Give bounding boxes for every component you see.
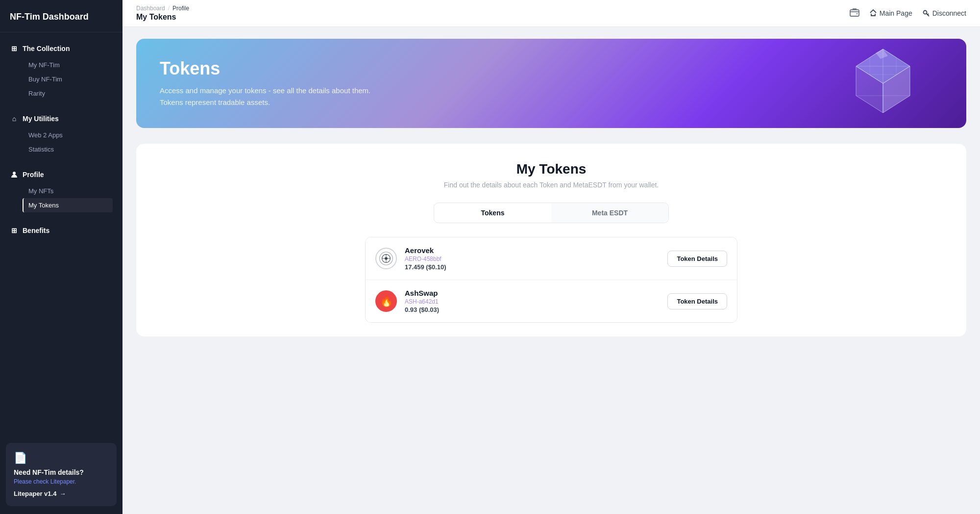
token-row-ashswap: 🔥 AshSwap ASH-a642d1 0.93 ($0.03) Token … [366, 280, 737, 322]
sidebar-section-benefits: ⊞ Benefits [0, 214, 122, 240]
sidebar-item-buy-nf-tim[interactable]: Buy NF-Tim [23, 72, 113, 86]
topbar-left: Dashboard / Profile My Tokens [136, 5, 189, 22]
litepaper-link[interactable]: Litepaper v1.4 → [14, 490, 109, 497]
sidebar-section-header-profile[interactable]: Profile [10, 167, 113, 182]
tabs-row: Tokens Meta ESDT [434, 203, 669, 223]
sidebar-item-web2-apps[interactable]: Web 2 Apps [23, 128, 113, 142]
sidebar-section-utilities: ⌂ My Utilities Web 2 Apps Statistics [0, 103, 122, 158]
token-list: Aerovek AERO-458bbf 17.459 ($0.10) Token… [365, 237, 737, 323]
tokens-heading: My Tokens [150, 161, 953, 177]
topbar-right: Main Page Disconnect [850, 8, 966, 19]
utilities-label: My Utilities [23, 115, 59, 123]
litepaper-arrow: → [59, 490, 66, 497]
token-info-ashswap: AshSwap ASH-a642d1 0.93 ($0.03) [405, 289, 660, 313]
home-icon [869, 9, 877, 18]
tokens-section: My Tokens Find out the details about eac… [136, 144, 966, 336]
profile-sub-items: My NFTs My Tokens [10, 184, 113, 212]
page-title: My Tokens [136, 13, 189, 22]
sidebar-section-collection: ⊞ The Collection My NF-Tim Buy NF-Tim Ra… [0, 32, 122, 103]
breadcrumb-sep: / [168, 5, 170, 12]
tokens-subheading: Find out the details about each Token an… [150, 181, 953, 189]
token-details-button-aerovek[interactable]: Token Details [667, 251, 727, 267]
sidebar-item-my-nf-tim[interactable]: My NF-Tim [23, 58, 113, 72]
sidebar-logo: NF-Tim Dashboard [0, 0, 122, 32]
token-logo-aerovek [375, 248, 397, 269]
sidebar-bottom-card: 📄 Need NF-Tim details? Please check Lite… [6, 443, 117, 506]
svg-point-2 [857, 13, 858, 14]
token-id-ashswap: ASH-a642d1 [405, 298, 660, 305]
litepaper-label: Litepaper v1.4 [14, 490, 56, 497]
file-icon: 📄 [14, 452, 109, 464]
token-logo-ashswap: 🔥 [375, 290, 397, 312]
bottom-card-title: Need NF-Tim details? [14, 468, 109, 476]
main-page-label: Main Page [880, 9, 912, 17]
sidebar-item-rarity[interactable]: Rarity [23, 86, 113, 101]
sidebar-section-header-benefits[interactable]: ⊞ Benefits [10, 223, 113, 238]
benefits-icon: ⊞ [10, 226, 19, 235]
wallet-icon[interactable] [850, 8, 859, 19]
breadcrumb-root[interactable]: Dashboard [136, 5, 165, 12]
sidebar-section-header-collection[interactable]: ⊞ The Collection [10, 41, 113, 56]
hero-banner: Tokens Access and manage your tokens - s… [136, 39, 966, 128]
token-row-aerovek: Aerovek AERO-458bbf 17.459 ($0.10) Token… [366, 237, 737, 280]
token-info-aerovek: Aerovek AERO-458bbf 17.459 ($0.10) [405, 246, 660, 271]
profile-label: Profile [23, 171, 44, 179]
main-content: Dashboard / Profile My Tokens Main Page [122, 0, 980, 514]
sidebar-item-my-tokens[interactable]: My Tokens [23, 198, 113, 212]
bottom-card-subtitle: Please check Litepaper. [14, 478, 109, 485]
token-name-aerovek: Aerovek [405, 246, 660, 255]
sidebar-section-header-utilities[interactable]: ⌂ My Utilities [10, 111, 113, 126]
disconnect-label: Disconnect [932, 9, 966, 17]
svg-rect-1 [850, 10, 859, 16]
breadcrumb-active: Profile [172, 5, 189, 12]
token-balance-aerovek: 17.459 ($0.10) [405, 263, 660, 271]
ashswap-logo-icon: 🔥 [380, 295, 393, 308]
main-page-link[interactable]: Main Page [869, 9, 912, 18]
sidebar: NF-Tim Dashboard ⊞ The Collection My NF-… [0, 0, 122, 514]
content-area: Tokens Access and manage your tokens - s… [122, 27, 980, 514]
tab-meta-esdt[interactable]: Meta ESDT [551, 203, 668, 223]
hero-description: Access and manage your tokens - see all … [160, 85, 370, 108]
hero-text: Tokens Access and manage your tokens - s… [160, 58, 370, 108]
key-icon [922, 9, 930, 18]
collection-sub-items: My NF-Tim Buy NF-Tim Rarity [10, 58, 113, 101]
disconnect-link[interactable]: Disconnect [922, 9, 966, 18]
token-name-ashswap: AshSwap [405, 289, 660, 297]
sidebar-item-my-nfts[interactable]: My NFTs [23, 184, 113, 198]
utilities-icon: ⌂ [10, 114, 19, 123]
sidebar-section-profile: Profile My NFTs My Tokens [0, 158, 122, 214]
token-balance-ashswap: 0.93 ($0.03) [405, 306, 660, 313]
hero-title: Tokens [160, 58, 370, 79]
collection-icon: ⊞ [10, 44, 19, 53]
breadcrumb: Dashboard / Profile [136, 5, 189, 12]
svg-point-3 [923, 10, 927, 14]
topbar: Dashboard / Profile My Tokens Main Page [122, 0, 980, 27]
utilities-sub-items: Web 2 Apps Statistics [10, 128, 113, 156]
token-id-aerovek: AERO-458bbf [405, 256, 660, 262]
sidebar-item-statistics[interactable]: Statistics [23, 142, 113, 156]
tab-tokens[interactable]: Tokens [434, 203, 551, 223]
svg-point-0 [13, 172, 16, 175]
svg-line-5 [928, 14, 929, 15]
profile-icon [10, 170, 19, 179]
token-details-button-ashswap[interactable]: Token Details [667, 293, 727, 309]
benefits-label: Benefits [23, 227, 49, 234]
hero-crystal-decoration [839, 39, 927, 128]
collection-label: The Collection [23, 45, 70, 52]
